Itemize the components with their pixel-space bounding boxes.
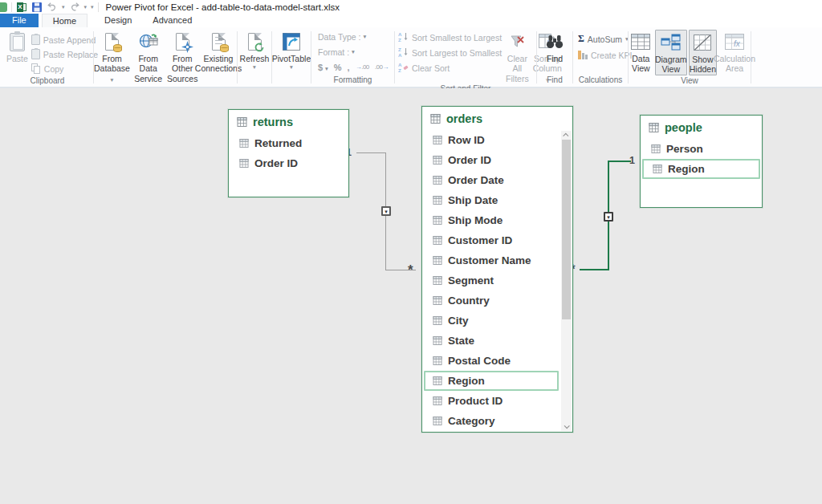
table-field[interactable]: City bbox=[422, 311, 560, 331]
table-field[interactable]: Region bbox=[424, 371, 559, 391]
redo-caret-icon[interactable]: ▾ bbox=[84, 4, 87, 10]
svg-text:fx: fx bbox=[734, 39, 741, 48]
show-hidden-button[interactable]: Show Hidden bbox=[689, 30, 717, 75]
tab-file[interactable]: File bbox=[0, 14, 39, 27]
save-icon[interactable] bbox=[31, 2, 43, 13]
table-field[interactable]: Customer ID bbox=[422, 230, 560, 250]
find-button[interactable]: Find bbox=[539, 30, 570, 63]
relationship-connector[interactable]: ▾ bbox=[381, 206, 391, 216]
sort-largest-to-smallest-button[interactable]: ZA Sort Largest to Smallest bbox=[398, 46, 502, 59]
copy-button[interactable]: Copy bbox=[31, 62, 98, 75]
window-title: Power Pivot for Excel - add-table-to-dat… bbox=[106, 2, 340, 12]
field-label: Category bbox=[448, 415, 495, 427]
percent-button[interactable]: % bbox=[334, 63, 342, 72]
field-grid-icon bbox=[433, 236, 442, 245]
autosum-button[interactable]: Σ AutoSum▾ bbox=[578, 32, 629, 46]
table-field[interactable]: Category bbox=[422, 411, 560, 431]
data-type-dropdown[interactable]: Data Type :▾ bbox=[318, 30, 366, 43]
clear-sort-button[interactable]: AZ Clear Sort bbox=[398, 61, 502, 75]
relationship-line-active[interactable] bbox=[608, 161, 631, 162]
format-dropdown[interactable]: Format :▾ bbox=[318, 45, 355, 59]
table-field[interactable]: Region bbox=[642, 159, 760, 179]
group-label-view: View bbox=[629, 75, 751, 87]
existing-connections-button[interactable]: Existing Connections bbox=[200, 30, 237, 74]
diagram-canvas[interactable]: 1 * ▾ 1 * ▾ returns Returned bbox=[0, 88, 822, 504]
tab-design[interactable]: Design bbox=[94, 14, 142, 27]
diagram-view-button[interactable]: Diagram View bbox=[655, 30, 687, 75]
relationship-line-active[interactable] bbox=[580, 269, 609, 270]
clear-all-filters-button[interactable]: Clear All Filters bbox=[506, 30, 529, 83]
table-field[interactable]: Returned bbox=[229, 133, 348, 153]
refresh-button[interactable]: Refresh ▾ bbox=[238, 30, 271, 70]
table-field[interactable]: Person bbox=[641, 139, 762, 159]
undo-caret-icon[interactable]: ▾ bbox=[62, 4, 65, 10]
data-view-button[interactable]: Data View bbox=[629, 30, 653, 74]
field-label: Customer Name bbox=[448, 254, 531, 266]
table-card-people[interactable]: people Person Region bbox=[640, 115, 763, 208]
decrease-decimal-button[interactable]: .00→ bbox=[375, 63, 389, 71]
redo-icon[interactable] bbox=[69, 2, 80, 13]
table-card-orders[interactable]: orders Row ID Order ID Order Date bbox=[421, 106, 573, 433]
group-label-find: Find bbox=[537, 75, 572, 87]
scroll-down-icon[interactable] bbox=[561, 422, 572, 431]
create-kpi-button[interactable]: Create KPI bbox=[578, 48, 632, 62]
table-card-returns[interactable]: returns Returned Order ID bbox=[228, 109, 349, 197]
clear-sort-icon: AZ bbox=[398, 62, 409, 74]
create-kpi-icon bbox=[578, 50, 588, 61]
autosum-sigma-icon: Σ bbox=[578, 33, 584, 45]
increase-decimal-button[interactable]: →.00 bbox=[356, 63, 369, 71]
table-icon bbox=[430, 114, 441, 124]
table-field[interactable]: State bbox=[422, 331, 560, 351]
field-label: Returned bbox=[254, 137, 302, 149]
field-grid-icon bbox=[433, 256, 442, 265]
relationship-line[interactable] bbox=[356, 152, 386, 153]
quick-access-caret-icon[interactable]: ▾ bbox=[91, 4, 94, 10]
paste-button[interactable]: Paste bbox=[6, 30, 28, 63]
data-view-icon bbox=[631, 31, 650, 52]
from-data-service-button[interactable]: From Data Service ▾ bbox=[132, 30, 165, 94]
tab-home[interactable]: Home bbox=[42, 14, 87, 27]
sort-asc-icon: AZ bbox=[398, 31, 409, 43]
group-label-formatting: Formatting bbox=[311, 75, 394, 87]
scroll-up-icon[interactable] bbox=[561, 131, 572, 140]
table-field[interactable]: Ship Mode bbox=[422, 210, 560, 230]
field-label: Segment bbox=[448, 274, 494, 287]
table-header-orders[interactable]: orders bbox=[422, 107, 572, 130]
comma-button[interactable]: , bbox=[348, 63, 350, 72]
orders-scrollbar[interactable] bbox=[561, 131, 572, 431]
table-field[interactable]: Order ID bbox=[422, 150, 560, 170]
pivottable-button[interactable]: PivotTable ▾ bbox=[273, 30, 310, 70]
paste-replace-button[interactable]: Paste Replace bbox=[31, 47, 98, 61]
table-field[interactable]: Row ID bbox=[422, 130, 560, 150]
sort-smallest-to-largest-button[interactable]: AZ Sort Smallest to Largest bbox=[398, 30, 502, 44]
table-field[interactable]: Product ID bbox=[422, 391, 560, 411]
calculation-area-button[interactable]: fx Calculation Area bbox=[718, 30, 751, 74]
table-field[interactable]: Postal Code bbox=[422, 351, 560, 371]
from-database-button[interactable]: From Database ▾ bbox=[94, 30, 130, 83]
table-field[interactable]: Ship Date bbox=[422, 190, 560, 210]
field-grid-icon bbox=[433, 417, 442, 425]
table-field[interactable]: Order Date bbox=[422, 170, 560, 190]
table-field[interactable]: Segment bbox=[422, 270, 560, 291]
paste-append-button[interactable]: Paste Append bbox=[31, 33, 98, 47]
excel-icon[interactable]: X bbox=[16, 2, 27, 13]
field-label: Country bbox=[448, 295, 490, 307]
currency-button[interactable]: $ ▾ bbox=[318, 63, 328, 72]
field-label: Ship Date bbox=[448, 194, 498, 206]
table-field[interactable]: Order ID bbox=[229, 153, 348, 173]
table-field[interactable]: Customer Name bbox=[422, 250, 560, 270]
field-label: Region bbox=[448, 375, 485, 387]
field-label: State bbox=[448, 335, 474, 347]
relationship-connector[interactable]: ▾ bbox=[604, 212, 613, 222]
from-other-sources-button[interactable]: From Other Sources bbox=[166, 30, 198, 83]
table-icon bbox=[649, 123, 659, 132]
calculation-area-icon: fx bbox=[725, 31, 744, 52]
scrollbar-thumb[interactable] bbox=[562, 140, 571, 319]
table-field[interactable]: Country bbox=[422, 291, 560, 311]
table-header-people[interactable]: people bbox=[641, 116, 762, 139]
table-header-returns[interactable]: returns bbox=[229, 110, 348, 133]
tab-advanced[interactable]: Advanced bbox=[142, 14, 202, 27]
undo-icon[interactable] bbox=[47, 2, 58, 13]
field-grid-icon bbox=[239, 139, 249, 148]
field-label: Row ID bbox=[448, 134, 485, 146]
